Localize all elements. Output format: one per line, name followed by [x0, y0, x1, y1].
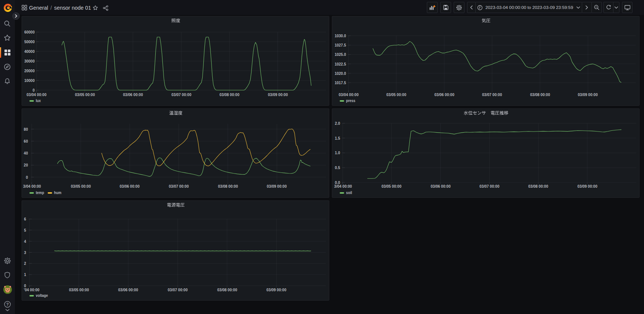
- svg-text:?: ?: [6, 302, 9, 307]
